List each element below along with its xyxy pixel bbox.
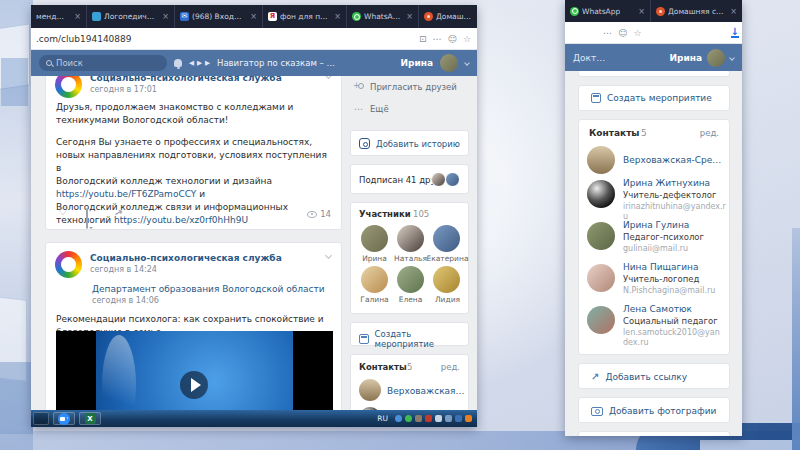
contact-name[interactable]: Нина Пищагина <box>623 262 725 272</box>
tab-recommendations[interactable]: мендации_ × <box>31 5 87 28</box>
address-bar[interactable]: ⋯ ☺ ☆ ↓ <box>565 22 742 44</box>
post-menu-chevron-icon[interactable] <box>325 76 332 79</box>
tab-inbox[interactable]: ✉ (968) Входящи × <box>175 5 263 28</box>
prev-track-icon[interactable]: ◀ <box>189 59 194 67</box>
youtube-link[interactable]: https://youtu.be/xz0rf0hHh9U <box>114 215 248 225</box>
download-icon[interactable]: ↓ <box>731 27 739 38</box>
member-name[interactable]: Лидия <box>425 295 470 304</box>
member-avatar[interactable] <box>397 266 424 293</box>
contact-email[interactable]: len.samotuck2010@yandex.ru <box>623 328 723 348</box>
bookmark-star-icon[interactable]: ☆ <box>463 34 471 44</box>
youtube-link[interactable]: https://youtu.be/FT6ZPamoCCY <box>56 189 196 199</box>
member-avatar[interactable] <box>361 225 388 252</box>
create-event-card[interactable]: Создать мероприятие <box>578 85 730 111</box>
edit-contacts-link[interactable]: ред. <box>441 362 460 372</box>
contact-name[interactable]: Ирина Житнухина <box>623 178 725 188</box>
bookmark-star-icon[interactable]: ☆ <box>633 28 641 38</box>
tab-yandex[interactable]: Я фон для презе × <box>263 5 347 28</box>
close-icon[interactable]: × <box>403 12 413 21</box>
group-avatar[interactable] <box>55 76 82 98</box>
tab-logopedic[interactable]: Логопедическо × <box>87 5 175 28</box>
tray-icon[interactable] <box>455 415 462 422</box>
contact-avatar[interactable] <box>587 306 615 334</box>
protect-icon[interactable]: ☺ <box>618 28 627 38</box>
taskbar-button[interactable] <box>33 412 49 425</box>
taskbar-excel-button[interactable]: X <box>79 412 101 425</box>
tab-whatsapp[interactable]: WhatsApp × <box>565 0 651 22</box>
member-avatar[interactable] <box>361 266 388 293</box>
invite-friends-button[interactable]: Пригласить друзей <box>354 82 457 92</box>
close-icon[interactable]: × <box>727 7 737 16</box>
contact-avatar[interactable] <box>587 180 615 208</box>
tab-homepage[interactable]: Домашняя стр × <box>651 0 742 22</box>
friend-avatar[interactable] <box>445 172 460 187</box>
friend-avatar[interactable] <box>431 172 446 187</box>
tray-icon[interactable] <box>395 415 402 422</box>
contact-email[interactable]: gulinaii@mail.ru <box>623 244 727 254</box>
tab-whatsapp[interactable]: WhatsApp × <box>347 5 419 28</box>
add-link-card[interactable]: ↗ Добавить ссылку <box>578 363 730 389</box>
language-indicator[interactable]: RU <box>377 414 388 423</box>
contact-avatar[interactable] <box>587 146 615 174</box>
bell-icon[interactable] <box>174 59 182 67</box>
search-input[interactable]: Поиск <box>39 55 167 71</box>
extension-icon[interactable]: ⊡ <box>419 34 427 44</box>
contact-avatar[interactable] <box>359 379 381 401</box>
create-event-card[interactable]: Создать мероприятие <box>350 322 469 346</box>
chevron-down-icon[interactable] <box>464 60 470 66</box>
close-icon[interactable]: × <box>247 12 257 21</box>
tray-icon[interactable] <box>445 415 452 422</box>
subscribed-card[interactable]: Подписан 41 друг <box>350 164 469 194</box>
group-name[interactable]: Социально-психологическая служба <box>90 76 310 83</box>
taskbar-zoom-button[interactable] <box>53 412 75 425</box>
close-icon[interactable]: × <box>635 7 645 16</box>
avatar[interactable] <box>440 54 458 72</box>
contact-avatar[interactable] <box>587 264 615 292</box>
tab-homepage[interactable]: Домашняя стр <box>419 5 477 28</box>
tray-icon[interactable] <box>405 415 412 422</box>
member-avatar[interactable] <box>433 225 460 252</box>
member-name[interactable]: Екатерина <box>425 254 470 263</box>
close-icon[interactable]: × <box>71 12 81 21</box>
contact-name[interactable]: Верховажская-Средняя… <box>387 386 465 396</box>
add-story-card[interactable]: Добавить историю <box>350 130 469 156</box>
close-icon[interactable]: × <box>331 12 341 21</box>
post-menu-chevron-icon[interactable] <box>325 252 332 259</box>
contact-name[interactable]: Верховажская-Средняя… <box>623 155 725 165</box>
audio-player-controls[interactable]: ◀ ▶ ▶ <box>189 59 210 67</box>
group-name[interactable]: Социально-психологическая служба <box>90 253 310 263</box>
contact-name[interactable]: Ирина Гулина <box>623 220 725 230</box>
contact-avatar[interactable] <box>587 222 615 250</box>
repost-group-name[interactable]: Департамент образования Вологодской обла… <box>92 284 327 294</box>
play-button[interactable] <box>180 371 208 399</box>
close-icon[interactable]: × <box>159 12 169 21</box>
url-text[interactable]: .com/club194140889 <box>36 34 132 44</box>
chevron-down-icon[interactable] <box>729 55 735 61</box>
repost-date[interactable]: сегодня в 14:06 <box>92 296 159 305</box>
track-title[interactable]: Навигатор по сказкам – 001.Докт… <box>217 58 335 68</box>
post-date[interactable]: сегодня в 17:01 <box>90 85 157 94</box>
add-photos-card[interactable]: Добавить фотографии <box>578 397 730 423</box>
contact-email[interactable]: irinazhitnuhina@yandex.ru <box>623 202 727 222</box>
address-bar[interactable]: .com/club194140889 ⊡ ⋯ ☺ ☆ <box>31 28 477 50</box>
post-date[interactable]: сегодня в 14:24 <box>90 265 157 274</box>
tray-icon[interactable] <box>465 415 472 422</box>
avatar[interactable] <box>707 49 725 67</box>
like-icon[interactable]: ♡ <box>58 205 68 218</box>
tray-icon[interactable] <box>425 415 432 422</box>
edit-contacts-link[interactable]: ред. <box>700 128 719 138</box>
member-avatar[interactable] <box>397 225 424 252</box>
member-avatar[interactable] <box>433 266 460 293</box>
next-track-icon[interactable]: ▶ <box>205 59 210 67</box>
group-avatar[interactable] <box>55 251 82 278</box>
user-name[interactable]: Ирина <box>400 58 433 68</box>
tray-icon[interactable] <box>435 415 442 422</box>
video-player[interactable] <box>56 331 333 410</box>
more-button[interactable]: ⋯ Ещё <box>354 104 389 114</box>
menu-dots-icon[interactable]: ⋯ <box>433 34 442 44</box>
user-name[interactable]: Ирина <box>669 53 702 63</box>
members-label[interactable]: Участники <box>359 209 411 219</box>
contact-email[interactable]: N.Pishchagina@mail.ru <box>623 286 727 296</box>
contact-name[interactable]: Лена Самотюк <box>623 304 725 314</box>
protect-icon[interactable]: ☺ <box>448 34 457 44</box>
